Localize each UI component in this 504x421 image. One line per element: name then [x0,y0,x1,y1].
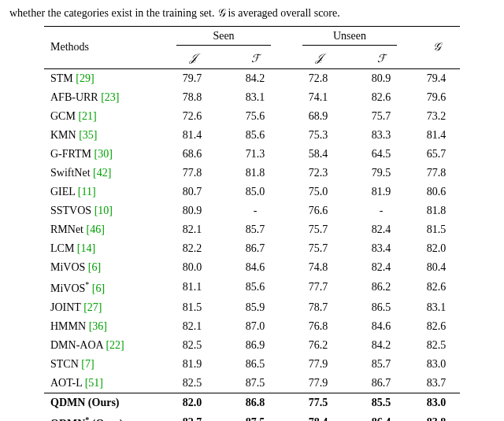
cell: 83.1 [224,88,287,107]
table-row: DMN-AOA [22]82.586.976.284.282.5 [44,336,460,355]
cell: 85.9 [224,298,287,317]
cell: 82.7 [161,412,224,421]
cell: 75.7 [287,239,350,258]
method-cell: KMN [35] [44,126,161,145]
cell: 79.7 [161,68,224,88]
cell: 73.2 [413,107,460,126]
cell: 82.6 [413,317,460,336]
table-row: RMNet [46]82.185.775.782.481.5 [44,220,460,239]
citation: [46] [87,223,105,235]
cell: 72.3 [287,164,350,183]
cell: 71.3 [224,145,287,164]
citation: [14] [77,242,95,254]
cell: 68.9 [287,107,350,126]
cell: 81.1 [161,277,224,298]
table-row: STM [29]79.784.272.880.979.4 [44,68,460,88]
method-cell: STCN [7] [44,355,161,374]
table-row-ours: QDMN (Ours)82.086.877.585.583.0 [44,393,460,412]
cell: 86.9 [224,336,287,355]
cell: 77.8 [413,164,460,183]
cell: 64.5 [350,145,413,164]
table-row-ours: QDMN* (Ours)82.787.578.486.483.8 [44,412,460,421]
cell: 81.5 [413,220,460,239]
cell: 65.7 [413,145,460,164]
cell: - [350,201,413,220]
table-row: SwiftNet [42]77.881.872.379.577.8 [44,164,460,183]
cell: 84.6 [350,317,413,336]
cell: 87.0 [224,317,287,336]
cell: 82.1 [161,220,224,239]
citation: [6] [88,261,101,273]
method-cell: GCM [21] [44,107,161,126]
cell: 82.6 [350,88,413,107]
cell: 86.4 [350,412,413,421]
method-cell: QDMN* (Ours) [44,412,161,421]
citation: [30] [94,148,113,160]
cell: 86.7 [224,239,287,258]
col-methods: Methods [44,26,161,68]
citation: [11] [78,186,96,198]
col-unseen: Unseen [287,26,413,49]
col-seen-j: 𝒥 [161,49,224,69]
method-cell: GIEL [11] [44,183,161,201]
cell: 85.6 [224,277,287,298]
cell: 85.5 [350,393,413,412]
method-cell: JOINT [27] [44,298,161,317]
table-row: SSTVOS [10]80.9-76.6-81.8 [44,201,460,220]
citation: [10] [94,205,113,216]
cell: 78.7 [287,298,350,317]
cell: 86.8 [224,393,287,412]
citation: [51] [85,377,103,389]
cell: 86.5 [350,298,413,317]
cell: 75.6 [224,107,287,126]
citation: [27] [83,301,102,313]
cell: 83.0 [413,355,460,374]
cell: 80.0 [161,258,224,277]
cell: 77.9 [287,374,350,393]
citation: [6] [92,283,105,294]
table-row: JOINT [27]81.585.978.786.583.1 [44,298,460,317]
cell: 79.5 [350,164,413,183]
cell: 72.8 [287,68,350,88]
table-row: HMMN [36]82.187.076.884.682.6 [44,317,460,336]
method-cell: SwiftNet [42] [44,164,161,183]
citation: [21] [78,110,96,122]
cell: 86.2 [350,277,413,298]
cell: 83.3 [350,126,413,145]
cell: 83.1 [413,298,460,317]
cell: 74.1 [287,88,350,107]
cell: 82.6 [413,277,460,298]
cell: 81.9 [350,183,413,201]
method-cell: AOT-L [51] [44,374,161,393]
table-row: KMN [35]81.485.675.383.381.4 [44,126,460,145]
cell: 77.9 [287,355,350,374]
cell: 86.7 [350,374,413,393]
results-table: Methods Seen Unseen 𝒢 𝒥 ℱ 𝒥 ℱ STM [29]79… [44,26,460,421]
cell: 77.5 [287,393,350,412]
method-cell: RMNet [46] [44,220,161,239]
citation: [35] [79,129,97,141]
cell: 80.4 [413,258,460,277]
cell: 82.5 [161,336,224,355]
cell: 78.4 [287,412,350,421]
cell: 84.6 [224,258,287,277]
cell: 80.9 [161,201,224,220]
cell: 82.2 [161,239,224,258]
cell: 83.4 [350,239,413,258]
cell: 75.0 [287,183,350,201]
cell: 81.8 [413,201,460,220]
cell: 77.7 [287,277,350,298]
cell: 87.5 [224,412,287,421]
citation: [36] [89,320,107,332]
cell: 75.7 [287,220,350,239]
method-cell: DMN-AOA [22] [44,336,161,355]
cell: 83.0 [413,393,460,412]
cell: 85.7 [350,355,413,374]
method-cell: SSTVOS [10] [44,201,161,220]
citation: [22] [106,339,124,351]
method-cell: LCM [14] [44,239,161,258]
citation: [42] [93,167,111,179]
cell: - [224,201,287,220]
cell: 77.8 [161,164,224,183]
table-row: AOT-L [51]82.587.577.986.783.7 [44,374,460,393]
